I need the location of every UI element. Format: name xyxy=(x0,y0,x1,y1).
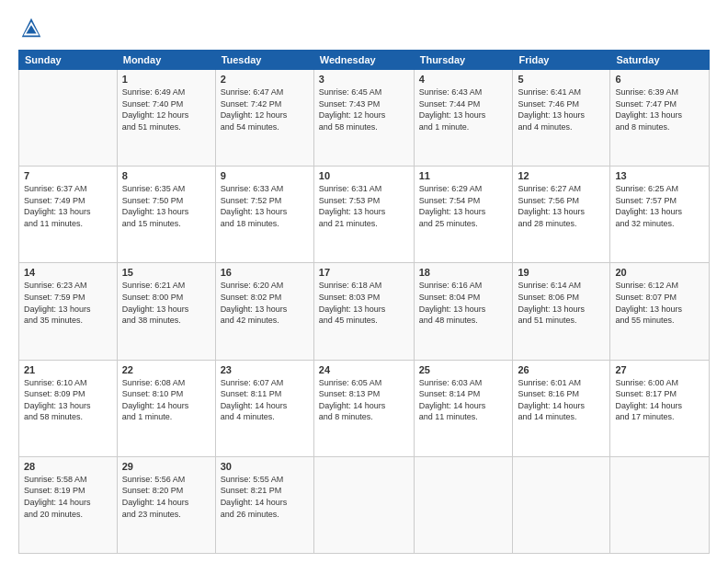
day-info: Sunrise: 6:03 AM Sunset: 8:14 PM Dayligh… xyxy=(419,377,508,423)
day-number: 16 xyxy=(221,267,309,278)
day-info: Sunrise: 6:27 AM Sunset: 7:56 PM Dayligh… xyxy=(518,183,605,229)
calendar-table: SundayMondayTuesdayWednesdayThursdayFrid… xyxy=(18,50,710,554)
day-cell: 18Sunrise: 6:16 AM Sunset: 8:04 PM Dayli… xyxy=(414,263,513,360)
day-number: 25 xyxy=(419,364,508,375)
day-number: 10 xyxy=(319,170,409,181)
day-number: 12 xyxy=(518,170,605,181)
header-cell-thursday: Thursday xyxy=(414,51,513,70)
day-cell: 6Sunrise: 6:39 AM Sunset: 7:47 PM Daylig… xyxy=(610,70,710,167)
day-number: 24 xyxy=(319,364,409,375)
day-cell: 5Sunrise: 6:41 AM Sunset: 7:46 PM Daylig… xyxy=(513,70,610,167)
day-number: 27 xyxy=(615,364,704,375)
week-row-3: 14Sunrise: 6:23 AM Sunset: 7:59 PM Dayli… xyxy=(19,263,710,360)
day-info: Sunrise: 6:47 AM Sunset: 7:42 PM Dayligh… xyxy=(221,86,309,132)
day-cell: 22Sunrise: 6:08 AM Sunset: 8:10 PM Dayli… xyxy=(117,360,215,456)
day-cell: 8Sunrise: 6:35 AM Sunset: 7:50 PM Daylig… xyxy=(117,167,215,263)
week-row-5: 28Sunrise: 5:58 AM Sunset: 8:19 PM Dayli… xyxy=(19,456,710,553)
day-info: Sunrise: 6:31 AM Sunset: 7:53 PM Dayligh… xyxy=(319,183,409,229)
day-number: 20 xyxy=(615,267,704,278)
day-cell: 29Sunrise: 5:56 AM Sunset: 8:20 PM Dayli… xyxy=(117,456,215,553)
header-cell-monday: Monday xyxy=(117,51,215,70)
logo-icon xyxy=(18,15,44,40)
header-cell-saturday: Saturday xyxy=(610,51,710,70)
day-info: Sunrise: 6:18 AM Sunset: 8:03 PM Dayligh… xyxy=(319,280,409,326)
day-info: Sunrise: 6:25 AM Sunset: 7:57 PM Dayligh… xyxy=(615,183,704,229)
day-number: 3 xyxy=(319,74,409,85)
day-number: 8 xyxy=(122,170,210,181)
day-info: Sunrise: 6:49 AM Sunset: 7:40 PM Dayligh… xyxy=(122,86,210,132)
day-cell: 13Sunrise: 6:25 AM Sunset: 7:57 PM Dayli… xyxy=(610,167,710,263)
day-info: Sunrise: 6:21 AM Sunset: 8:00 PM Dayligh… xyxy=(122,280,210,326)
day-cell: 14Sunrise: 6:23 AM Sunset: 7:59 PM Dayli… xyxy=(19,263,118,360)
header-cell-friday: Friday xyxy=(513,51,610,70)
day-info: Sunrise: 6:39 AM Sunset: 7:47 PM Dayligh… xyxy=(615,86,704,132)
day-cell: 20Sunrise: 6:12 AM Sunset: 8:07 PM Dayli… xyxy=(610,263,710,360)
day-number: 6 xyxy=(615,74,704,85)
day-cell: 19Sunrise: 6:14 AM Sunset: 8:06 PM Dayli… xyxy=(513,263,610,360)
day-info: Sunrise: 6:29 AM Sunset: 7:54 PM Dayligh… xyxy=(419,183,508,229)
day-number: 14 xyxy=(24,267,112,278)
day-cell: 7Sunrise: 6:37 AM Sunset: 7:49 PM Daylig… xyxy=(19,167,118,263)
day-number: 7 xyxy=(24,170,112,181)
day-cell: 25Sunrise: 6:03 AM Sunset: 8:14 PM Dayli… xyxy=(414,360,513,456)
day-info: Sunrise: 6:14 AM Sunset: 8:06 PM Dayligh… xyxy=(518,280,605,326)
day-number: 21 xyxy=(24,364,112,375)
day-number: 5 xyxy=(518,74,605,85)
day-number: 18 xyxy=(419,267,508,278)
day-number: 28 xyxy=(24,461,112,472)
day-cell: 26Sunrise: 6:01 AM Sunset: 8:16 PM Dayli… xyxy=(513,360,610,456)
day-cell: 2Sunrise: 6:47 AM Sunset: 7:42 PM Daylig… xyxy=(215,70,313,167)
day-cell xyxy=(19,70,118,167)
day-number: 15 xyxy=(122,267,210,278)
day-number: 11 xyxy=(419,170,508,181)
day-number: 13 xyxy=(615,170,704,181)
day-info: Sunrise: 6:16 AM Sunset: 8:04 PM Dayligh… xyxy=(419,280,508,326)
header-cell-tuesday: Tuesday xyxy=(215,51,313,70)
day-cell: 11Sunrise: 6:29 AM Sunset: 7:54 PM Dayli… xyxy=(414,167,513,263)
day-number: 22 xyxy=(122,364,210,375)
day-cell xyxy=(414,456,513,553)
day-number: 1 xyxy=(122,74,210,85)
day-info: Sunrise: 5:55 AM Sunset: 8:21 PM Dayligh… xyxy=(221,474,309,520)
day-cell: 3Sunrise: 6:45 AM Sunset: 7:43 PM Daylig… xyxy=(313,70,414,167)
day-info: Sunrise: 6:23 AM Sunset: 7:59 PM Dayligh… xyxy=(24,280,112,326)
day-info: Sunrise: 6:20 AM Sunset: 8:02 PM Dayligh… xyxy=(221,280,309,326)
day-cell: 17Sunrise: 6:18 AM Sunset: 8:03 PM Dayli… xyxy=(313,263,414,360)
day-info: Sunrise: 5:58 AM Sunset: 8:19 PM Dayligh… xyxy=(24,474,112,520)
day-number: 29 xyxy=(122,461,210,472)
day-cell: 16Sunrise: 6:20 AM Sunset: 8:02 PM Dayli… xyxy=(215,263,313,360)
day-info: Sunrise: 6:43 AM Sunset: 7:44 PM Dayligh… xyxy=(419,86,508,132)
day-info: Sunrise: 6:05 AM Sunset: 8:13 PM Dayligh… xyxy=(319,377,409,423)
day-info: Sunrise: 6:10 AM Sunset: 8:09 PM Dayligh… xyxy=(24,377,112,423)
header-cell-wednesday: Wednesday xyxy=(313,51,414,70)
day-cell: 23Sunrise: 6:07 AM Sunset: 8:11 PM Dayli… xyxy=(215,360,313,456)
day-number: 23 xyxy=(221,364,309,375)
day-cell: 12Sunrise: 6:27 AM Sunset: 7:56 PM Dayli… xyxy=(513,167,610,263)
day-number: 17 xyxy=(319,267,409,278)
day-cell: 21Sunrise: 6:10 AM Sunset: 8:09 PM Dayli… xyxy=(19,360,118,456)
day-cell: 27Sunrise: 6:00 AM Sunset: 8:17 PM Dayli… xyxy=(610,360,710,456)
week-row-2: 7Sunrise: 6:37 AM Sunset: 7:49 PM Daylig… xyxy=(19,167,710,263)
day-info: Sunrise: 6:12 AM Sunset: 8:07 PM Dayligh… xyxy=(615,280,704,326)
week-row-1: 1Sunrise: 6:49 AM Sunset: 7:40 PM Daylig… xyxy=(19,70,710,167)
day-info: Sunrise: 6:01 AM Sunset: 8:16 PM Dayligh… xyxy=(518,377,605,423)
header-row: SundayMondayTuesdayWednesdayThursdayFrid… xyxy=(19,51,710,70)
day-number: 30 xyxy=(221,461,309,472)
day-info: Sunrise: 6:35 AM Sunset: 7:50 PM Dayligh… xyxy=(122,183,210,229)
day-cell xyxy=(610,456,710,553)
header xyxy=(18,15,710,40)
day-info: Sunrise: 6:37 AM Sunset: 7:49 PM Dayligh… xyxy=(24,183,112,229)
day-cell: 15Sunrise: 6:21 AM Sunset: 8:00 PM Dayli… xyxy=(117,263,215,360)
day-cell xyxy=(313,456,414,553)
week-row-4: 21Sunrise: 6:10 AM Sunset: 8:09 PM Dayli… xyxy=(19,360,710,456)
day-info: Sunrise: 6:41 AM Sunset: 7:46 PM Dayligh… xyxy=(518,86,605,132)
header-cell-sunday: Sunday xyxy=(19,51,118,70)
day-info: Sunrise: 6:33 AM Sunset: 7:52 PM Dayligh… xyxy=(221,183,309,229)
day-number: 19 xyxy=(518,267,605,278)
day-number: 9 xyxy=(221,170,309,181)
day-number: 2 xyxy=(221,74,309,85)
day-cell: 9Sunrise: 6:33 AM Sunset: 7:52 PM Daylig… xyxy=(215,167,313,263)
day-info: Sunrise: 6:08 AM Sunset: 8:10 PM Dayligh… xyxy=(122,377,210,423)
day-number: 26 xyxy=(518,364,605,375)
day-cell: 30Sunrise: 5:55 AM Sunset: 8:21 PM Dayli… xyxy=(215,456,313,553)
